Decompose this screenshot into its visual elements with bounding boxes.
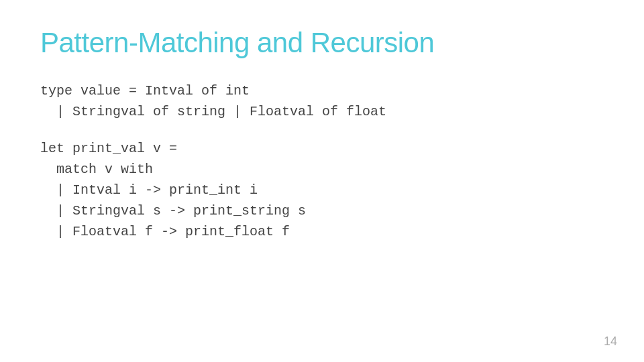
- slide: Pattern-Matching and Recursion type valu…: [0, 0, 644, 362]
- code-block: type value = Intval of int | Stringval o…: [40, 80, 604, 258]
- code-line-1-2: | Stringval of string | Floatval of floa…: [40, 101, 604, 122]
- code-line-2-4: | Stringval s -> print_string s: [40, 200, 604, 221]
- code-line-2-5: | Floatval f -> print_float f: [40, 221, 604, 242]
- code-line-2-2: match v with: [40, 159, 604, 180]
- slide-number: 14: [604, 335, 617, 349]
- slide-title: Pattern-Matching and Recursion: [40, 27, 604, 59]
- code-line-2-3: | Intval i -> print_int i: [40, 180, 604, 200]
- code-line-1-1: type value = Intval of int: [40, 80, 604, 101]
- code-section-1: type value = Intval of int | Stringval o…: [40, 80, 604, 122]
- code-section-2: let print_val v = match v with | Intval …: [40, 138, 604, 242]
- code-line-2-1: let print_val v =: [40, 138, 604, 159]
